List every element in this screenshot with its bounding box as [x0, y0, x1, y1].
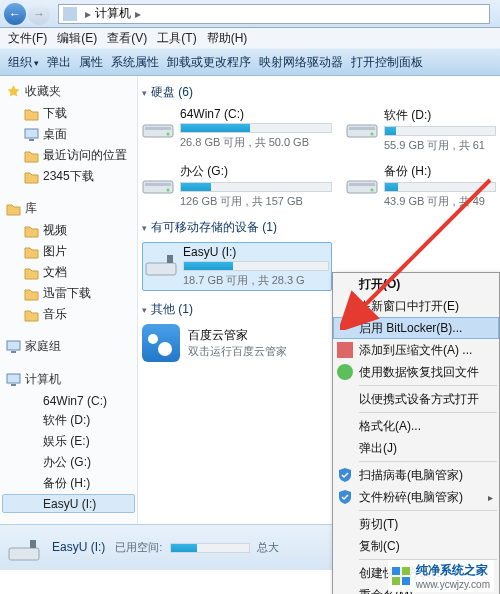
menu-help[interactable]: 帮助(H) — [207, 30, 248, 46]
nav-recent[interactable]: 最近访问的位置 — [2, 145, 135, 166]
tool-system-properties[interactable]: 系统属性 — [111, 54, 159, 71]
toolbar: 组织 弹出 属性 系统属性 卸载或更改程序 映射网络驱动器 打开控制面板 — [0, 48, 500, 76]
ctx-copy[interactable]: 复制(C) — [333, 535, 499, 557]
tool-properties[interactable]: 属性 — [79, 54, 103, 71]
drive-c[interactable]: 64Win7 (C:) 26.8 GB 可用 , 共 50.0 GB — [142, 107, 332, 153]
status-drive-name: EasyU (I:) — [52, 540, 105, 554]
nav-2345[interactable]: 2345下载 — [2, 166, 135, 187]
ctx-file-shred[interactable]: 文件粉碎(电脑管家) — [333, 486, 499, 508]
ctx-scan-virus[interactable]: 扫描病毒(电脑管家) — [333, 464, 499, 486]
drive-icon — [142, 107, 174, 139]
ctx-data-recovery[interactable]: 使用数据恢复找回文件 — [333, 361, 499, 383]
tool-eject[interactable]: 弹出 — [47, 54, 71, 71]
ctx-open-new-window[interactable]: 在新窗口中打开(E) — [333, 295, 499, 317]
nav-videos[interactable]: 视频 — [2, 220, 135, 241]
drive-icon — [346, 163, 378, 195]
computer-icon — [63, 7, 77, 21]
nav-music[interactable]: 音乐 — [2, 304, 135, 325]
nav-homegroup[interactable]: 家庭组 — [2, 335, 135, 358]
address-bar[interactable]: ▸ 计算机 ▸ — [58, 4, 490, 24]
context-menu: 打开(O) 在新窗口中打开(E) 启用 BitLocker(B)... 添加到压… — [332, 272, 500, 594]
ctx-enable-bitlocker[interactable]: 启用 BitLocker(B)... — [333, 317, 499, 339]
nav-libraries[interactable]: 库 — [2, 197, 135, 220]
usb-drive-icon — [8, 530, 44, 566]
menubar: 文件(F) 编辑(E) 查看(V) 工具(T) 帮助(H) — [0, 28, 500, 48]
ctx-eject[interactable]: 弹出(J) — [333, 437, 499, 459]
nav-favorites[interactable]: 收藏夹 — [2, 80, 135, 103]
nav-back-button[interactable]: ← — [4, 3, 26, 25]
tool-map-drive[interactable]: 映射网络驱动器 — [259, 54, 343, 71]
nav-drive-c[interactable]: 64Win7 (C:) — [2, 391, 135, 410]
nav-desktop[interactable]: 桌面 — [2, 124, 135, 145]
tool-organize[interactable]: 组织 — [8, 54, 39, 71]
drive-i-selected[interactable]: EasyU (I:) 18.7 GB 可用 , 共 28.3 G — [142, 242, 332, 291]
tool-uninstall[interactable]: 卸载或更改程序 — [167, 54, 251, 71]
titlebar: ← → ▸ 计算机 ▸ — [0, 0, 500, 28]
nav-drive-e[interactable]: 娱乐 (E:) — [2, 431, 135, 452]
watermark: 纯净系统之家 www.ycwjzy.com — [388, 560, 494, 592]
usb-drive-icon — [145, 245, 177, 277]
tool-control-panel[interactable]: 打开控制面板 — [351, 54, 423, 71]
drive-icon — [142, 163, 174, 195]
nav-documents[interactable]: 文档 — [2, 262, 135, 283]
nav-downloads[interactable]: 下载 — [2, 103, 135, 124]
ctx-open[interactable]: 打开(O) — [333, 273, 499, 295]
ctx-add-to-archive[interactable]: 添加到压缩文件(A) ... — [333, 339, 499, 361]
archive-icon — [337, 342, 353, 358]
section-removable[interactable]: 有可移动存储的设备 (1) — [142, 219, 496, 236]
ctx-cut[interactable]: 剪切(T) — [333, 513, 499, 535]
menu-tools[interactable]: 工具(T) — [157, 30, 196, 46]
menu-view[interactable]: 查看(V) — [107, 30, 147, 46]
recovery-icon — [337, 364, 353, 380]
nav-drive-i[interactable]: EasyU (I:) — [2, 494, 135, 513]
shield-icon — [337, 489, 353, 505]
nav-computer[interactable]: 计算机 — [2, 368, 135, 391]
drive-d[interactable]: 软件 (D:) 55.9 GB 可用 , 共 61 — [346, 107, 496, 153]
nav-drive-h[interactable]: 备份 (H:) — [2, 473, 135, 494]
nav-drive-g[interactable]: 办公 (G:) — [2, 452, 135, 473]
nav-forward-button[interactable]: → — [28, 3, 50, 25]
nav-pane: 收藏夹 下载 桌面 最近访问的位置 2345下载 库 视频 图片 文档 迅雷下载… — [0, 76, 138, 524]
menu-edit[interactable]: 编辑(E) — [57, 30, 97, 46]
ctx-open-portable[interactable]: 以便携式设备方式打开 — [333, 388, 499, 410]
status-usage-bar — [170, 543, 250, 553]
nav-pictures[interactable]: 图片 — [2, 241, 135, 262]
shield-icon — [337, 467, 353, 483]
location-text: 计算机 — [95, 5, 131, 22]
drive-icon — [346, 107, 378, 139]
baidu-cloud-icon — [142, 324, 180, 362]
watermark-logo-icon — [392, 567, 410, 585]
section-hdd[interactable]: 硬盘 (6) — [142, 84, 496, 101]
menu-file[interactable]: 文件(F) — [8, 30, 47, 46]
drive-g[interactable]: 办公 (G:) 126 GB 可用 , 共 157 GB — [142, 163, 332, 209]
drive-h[interactable]: 备份 (H:) 43.9 GB 可用 , 共 49 — [346, 163, 496, 209]
ctx-format[interactable]: 格式化(A)... — [333, 415, 499, 437]
nav-drive-d[interactable]: 软件 (D:) — [2, 410, 135, 431]
nav-thunder[interactable]: 迅雷下载 — [2, 283, 135, 304]
